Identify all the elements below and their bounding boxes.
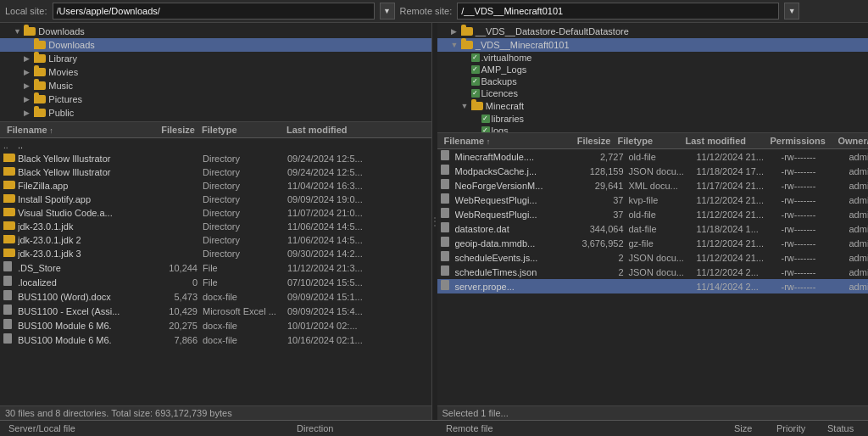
remote-tree: ▶ __VDS__Datastore-DefaultDatastore ▼ _V… (437, 23, 869, 133)
remote-file-row[interactable]: MinecraftModule.... 2,727 old-file 11/12… (437, 149, 869, 164)
tree-item-label: Public (48, 108, 74, 118)
col-header-filetype[interactable]: Filetype (198, 124, 283, 136)
remote-file-row[interactable]: WebRequestPlugi... 37 kvp-file 11/12/202… (437, 193, 869, 207)
remote-path-input[interactable] (457, 3, 779, 20)
remote-path-dropdown[interactable]: ▼ (784, 3, 799, 20)
local-tree: ▼ Downloads Downloads ▶ Library ▶ (0, 23, 431, 122)
local-file-row[interactable]: FileZilla.app Directory 11/04/2024 16:3.… (0, 179, 431, 193)
remote-file-row[interactable]: datastore.dat 344,064 dat-file 11/18/202… (437, 221, 869, 236)
rcell-lastmod: 11/18/2024 1... (697, 224, 782, 234)
cell-filesize: 7,866 (143, 335, 203, 345)
remote-file-row[interactable]: scheduleTimes.json 2 JSON docu... 11/12/… (437, 265, 869, 279)
remote-tree-item[interactable]: .virtualhome (437, 52, 869, 64)
rcell-filesize: 344,064 (574, 224, 629, 234)
rcol-header-lastmod[interactable]: Last modified (682, 135, 767, 147)
local-file-row[interactable]: Visual Studio Code.a... Directory 11/07/… (0, 206, 431, 220)
remote-tree-item[interactable]: AMP_Logs (437, 64, 869, 75)
tree-item-label: logs (492, 126, 509, 133)
rcol-header-filesize[interactable]: Filesize (559, 135, 615, 147)
local-file-row[interactable]: BUS100 Module 6 M6. 20,275 docx-file 10/… (0, 318, 431, 333)
remote-file-row[interactable]: geoip-data.mmdb... 3,676,952 gz-file 11/… (437, 236, 869, 250)
rcell-perms: -rw------- (782, 195, 849, 205)
cell-lastmod: 09/09/2024 19:0... (287, 194, 428, 204)
local-file-row[interactable]: jdk-23.0.1.jdk 2 Directory 11/06/2024 14… (0, 233, 431, 247)
rcol-header-filename[interactable]: Filename (441, 135, 559, 147)
cell-filetype: File (203, 277, 287, 288)
cell-filename: BUS100 Module 6 M6. (18, 321, 143, 331)
local-tree-item[interactable]: ▶ Music (0, 79, 431, 92)
local-file-row[interactable]: jdk-23.0.1.jdk Directory 11/06/2024 14:5… (0, 220, 431, 233)
rcell-filename: scheduleTimes.json (455, 267, 574, 277)
remote-tree-item[interactable]: ▶ __VDS__Datastore-DefaultDatastore (437, 25, 869, 38)
cell-filetype: Directory (203, 181, 287, 191)
col-header-filename[interactable]: Filename (3, 124, 139, 136)
cell-filetype: Directory (203, 249, 287, 259)
local-file-row[interactable]: .localized 0 File 07/10/2024 15:5... (0, 275, 431, 289)
rcol-header-owner[interactable]: Owner/Group (835, 135, 869, 147)
folder-icon (34, 109, 46, 117)
folder-icon (3, 154, 15, 162)
local-file-row[interactable]: Black Yellow Illustrator Directory 09/24… (0, 165, 431, 179)
remote-tree-item[interactable]: libraries (437, 113, 869, 125)
row-icon (3, 305, 15, 317)
cell-filetype: docx-file (203, 292, 287, 302)
rcol-header-perms[interactable]: Permissions (767, 135, 835, 147)
rcell-filesize: 3,676,952 (574, 238, 629, 249)
cell-filetype: File (203, 263, 287, 273)
local-file-row[interactable]: Install Spotify.app Directory 09/09/2024… (0, 193, 431, 206)
local-file-row[interactable]: .. .. (0, 138, 431, 152)
rcell-filesize: 128,159 (574, 166, 629, 176)
local-tree-item[interactable]: ▼ Downloads (0, 25, 431, 38)
local-file-row[interactable]: BUS1100 (Word).docx 5,473 docx-file 09/0… (0, 289, 431, 304)
local-file-row[interactable]: .DS_Store 10,244 File 11/12/2024 21:3... (0, 260, 431, 275)
check-icon (471, 77, 480, 86)
file-icon (3, 319, 12, 329)
cell-filesize: 0 (143, 277, 203, 288)
local-file-row[interactable]: Black Yellow Illustrator Directory 09/24… (0, 152, 431, 165)
local-tree-item[interactable]: ▶ Movies (0, 65, 431, 79)
rcell-filename: NeoForgeVersionM... (455, 181, 574, 191)
remote-file-row[interactable]: server.prope... 11/14/2024 2... -rw-----… (437, 279, 869, 293)
cell-lastmod: 10/16/2024 02:1... (287, 335, 428, 345)
local-tree-item[interactable]: ▶ Library (0, 52, 431, 65)
cell-filename: Install Spotify.app (18, 194, 143, 204)
remote-file-row[interactable]: ModpacksCache.j... 128,159 JSON docu... … (437, 164, 869, 178)
tree-arrow: ▶ (24, 95, 34, 103)
local-file-row[interactable]: BUS100 Module 6 M6. 7,866 docx-file 10/1… (0, 333, 431, 347)
remote-tree-item[interactable]: Backups (437, 75, 869, 87)
rcell-perms: -rw------- (782, 224, 849, 234)
rcol-header-filetype[interactable]: Filetype (615, 135, 682, 147)
bottom-bar: Server/Local file Direction Remote file … (0, 420, 868, 436)
remote-tree-item[interactable]: ▼ _VDS__Minecraft0101 (437, 38, 869, 52)
remote-tree-item[interactable]: logs (437, 125, 869, 133)
rcell-filetype: XML docu... (629, 181, 697, 191)
rcell-owner: admin users (849, 224, 869, 234)
remote-file-row[interactable]: NeoForgeVersionM... 29,641 XML docu... 1… (437, 178, 869, 193)
cell-filename: FileZilla.app (18, 181, 143, 191)
tree-item-label: Music (48, 81, 73, 91)
local-path-input[interactable] (53, 3, 375, 20)
local-tree-item[interactable]: Downloads (0, 38, 431, 52)
remote-file-list: MinecraftModule.... 2,727 old-file 11/12… (437, 149, 869, 405)
remote-file-row[interactable]: WebRequestPlugi... 37 old-file 11/12/202… (437, 207, 869, 221)
file-icon (441, 193, 449, 204)
col-header-lastmod[interactable]: Last modified (283, 124, 428, 136)
local-tree-item[interactable]: ▶ Public (0, 106, 431, 120)
local-tree-item[interactable]: ▶ Pictures (0, 92, 431, 106)
rcell-filesize: 37 (574, 210, 629, 220)
remote-file-row[interactable]: scheduleEvents.js... 2 JSON docu... 11/1… (437, 250, 869, 265)
remote-tree-item[interactable]: ▼ Minecraft (437, 99, 869, 113)
folder-icon (3, 194, 15, 203)
col-header-filesize[interactable]: Filesize (139, 124, 198, 136)
local-file-row[interactable]: jdk-23.0.1.jdk 3 Directory 09/30/2024 14… (0, 247, 431, 260)
local-path-dropdown[interactable]: ▼ (380, 3, 395, 20)
cell-filename: BUS1100 (Word).docx (18, 292, 143, 302)
rcell-filesize: 2 (574, 267, 629, 277)
remote-tree-item[interactable]: Licences (437, 87, 869, 99)
cell-filename: BUS1100 - Excel (Assi... (18, 306, 143, 316)
local-file-row[interactable]: BUS1100 - Excel (Assi... 10,429 Microsof… (0, 304, 431, 318)
rcell-owner: admin users (849, 210, 869, 220)
rcell-owner: admin users (849, 181, 869, 191)
bottom-size-label: Size (729, 422, 771, 434)
rcell-owner: admin users (849, 195, 869, 205)
